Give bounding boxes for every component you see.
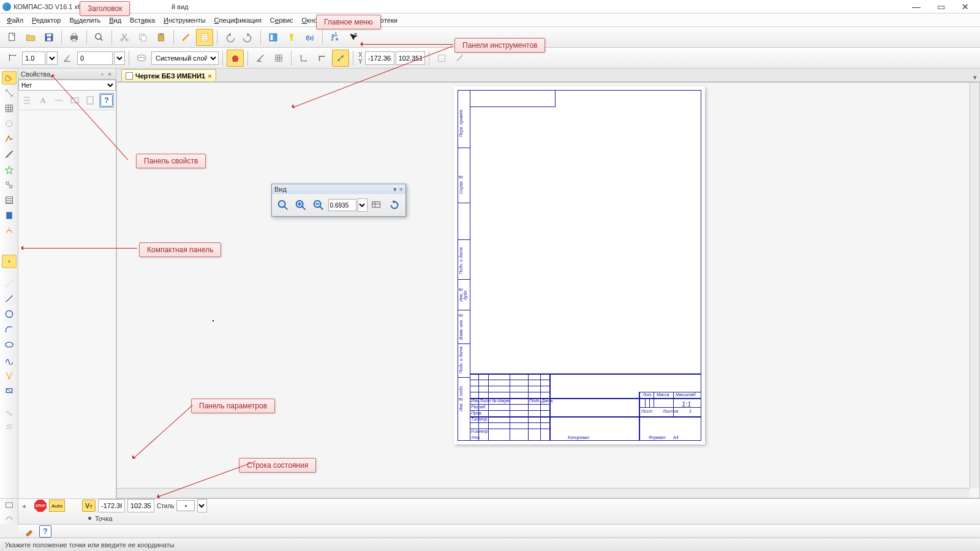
view-panel-menu[interactable]: ▾ bbox=[393, 186, 397, 193]
spline-tool[interactable] bbox=[2, 353, 17, 367]
ellipse-tool[interactable] bbox=[2, 338, 17, 351]
close-button[interactable]: ✕ bbox=[953, 1, 978, 13]
insert-group[interactable] bbox=[2, 224, 17, 238]
doc-props-button[interactable] bbox=[196, 29, 213, 46]
measure-group[interactable] bbox=[2, 148, 17, 161]
zoom-in-button[interactable] bbox=[292, 197, 309, 214]
view-panel-close[interactable]: × bbox=[399, 186, 403, 193]
zoom-fit-button[interactable] bbox=[274, 197, 291, 214]
new-button[interactable] bbox=[4, 29, 21, 46]
menu-insert[interactable]: Вставка bbox=[126, 15, 159, 25]
collect-tool[interactable] bbox=[2, 405, 17, 418]
style-swatch[interactable] bbox=[176, 500, 195, 511]
local-cs-button[interactable] bbox=[295, 50, 312, 67]
dimensions-group[interactable] bbox=[2, 86, 17, 100]
grid-button[interactable] bbox=[270, 50, 287, 67]
redo-button[interactable] bbox=[239, 29, 257, 46]
tab-close-icon[interactable]: × bbox=[208, 72, 211, 80]
angle-step-button[interactable] bbox=[59, 50, 76, 67]
tab-menu-button[interactable]: ▾ bbox=[970, 73, 980, 81]
preview-button[interactable] bbox=[91, 29, 108, 46]
rect-tool[interactable] bbox=[2, 384, 17, 397]
menu-view[interactable]: Вид bbox=[105, 15, 126, 25]
pin-icon[interactable]: ▫ bbox=[99, 70, 106, 78]
hatch-tool[interactable] bbox=[2, 420, 17, 433]
param-prev[interactable]: ◂ bbox=[22, 502, 32, 510]
spec-group[interactable] bbox=[2, 193, 17, 207]
variables-button[interactable] bbox=[283, 29, 300, 46]
round-button[interactable] bbox=[332, 50, 349, 67]
filter2-button[interactable] bbox=[51, 93, 66, 108]
fillet-tool[interactable] bbox=[2, 369, 17, 382]
horizontal-scrollbar[interactable] bbox=[117, 488, 970, 498]
geometry-group[interactable] bbox=[2, 71, 17, 84]
minimize-button[interactable]: — bbox=[904, 1, 929, 13]
report-button[interactable]: 12 bbox=[326, 29, 344, 46]
manager-button[interactable] bbox=[265, 29, 282, 46]
zoom-input[interactable] bbox=[328, 199, 356, 211]
menu-file[interactable]: Файл bbox=[2, 15, 28, 25]
style-select[interactable]: Нет bbox=[18, 80, 116, 91]
layer-icon[interactable] bbox=[133, 50, 150, 67]
paste-button[interactable] bbox=[153, 29, 170, 46]
zoom-dropdown[interactable] bbox=[358, 198, 368, 212]
cut-button[interactable] bbox=[116, 29, 133, 46]
style-dropdown[interactable] bbox=[197, 499, 207, 512]
param-y-input[interactable] bbox=[127, 499, 154, 512]
param-x-input[interactable] bbox=[98, 499, 125, 512]
angle-input[interactable] bbox=[77, 51, 113, 65]
brush-button[interactable] bbox=[22, 525, 37, 538]
circle-tool[interactable] bbox=[2, 307, 17, 321]
menu-select[interactable]: Выделить bbox=[65, 15, 105, 25]
line-tool[interactable] bbox=[2, 292, 17, 305]
vertical-scrollbar[interactable] bbox=[970, 83, 979, 488]
copy-button[interactable] bbox=[134, 29, 151, 46]
fx-button[interactable]: f(x) bbox=[301, 29, 318, 46]
menu-spec[interactable]: Спецификация bbox=[210, 15, 266, 25]
print-button[interactable] bbox=[66, 29, 83, 46]
point-tool[interactable] bbox=[2, 255, 17, 268]
coord-lock[interactable]: VT bbox=[82, 500, 96, 512]
save-button[interactable] bbox=[40, 29, 58, 46]
stop-button[interactable]: STOP bbox=[34, 500, 47, 512]
bl-arc-tool[interactable] bbox=[2, 512, 17, 525]
open-button[interactable] bbox=[22, 29, 39, 46]
step-dropdown[interactable] bbox=[47, 51, 58, 65]
auto-button[interactable]: Auto bbox=[49, 500, 65, 512]
zoom-out-button[interactable] bbox=[310, 197, 326, 214]
document-tab[interactable]: Чертеж БЕЗ ИМЕНИ1 × bbox=[121, 69, 216, 81]
menu-edit[interactable]: Редактор bbox=[28, 15, 65, 25]
params-group[interactable] bbox=[2, 132, 17, 146]
layer-select[interactable]: Системный слой (0) bbox=[151, 51, 219, 65]
symbols-group[interactable] bbox=[2, 102, 17, 115]
text-button[interactable]: A bbox=[36, 93, 50, 108]
undo-button[interactable] bbox=[221, 29, 238, 46]
ortho-draw-button[interactable] bbox=[314, 50, 331, 67]
maximize-button[interactable]: ▭ bbox=[929, 1, 953, 13]
zoom-window-button[interactable] bbox=[369, 197, 385, 214]
help-button[interactable]: ? bbox=[99, 93, 114, 108]
select-group[interactable] bbox=[2, 163, 17, 176]
snap-step-button[interactable] bbox=[4, 50, 21, 67]
arc-tool[interactable] bbox=[2, 323, 17, 336]
angle-dropdown[interactable] bbox=[114, 51, 125, 65]
properties-close[interactable]: × bbox=[106, 70, 113, 78]
filter4-button[interactable] bbox=[83, 93, 98, 108]
bl-rect-tool[interactable] bbox=[2, 499, 17, 511]
view-panel[interactable]: Вид ▾ × bbox=[271, 184, 406, 217]
snap-toggle[interactable] bbox=[227, 50, 244, 67]
coord-x-input[interactable] bbox=[365, 51, 394, 65]
filter1-button[interactable] bbox=[20, 93, 34, 108]
menu-service[interactable]: Сервис bbox=[266, 15, 298, 25]
properties-button[interactable] bbox=[178, 29, 195, 46]
drawing-canvas[interactable]: Перв. примен. Справ. № Подп. и дата Инв.… bbox=[116, 82, 980, 498]
step-input[interactable] bbox=[22, 51, 45, 65]
redraw-button[interactable] bbox=[386, 197, 403, 214]
menu-tools[interactable]: Инструменты bbox=[159, 15, 210, 25]
assoc-group[interactable] bbox=[2, 178, 17, 192]
reports-group[interactable] bbox=[2, 209, 17, 222]
edit-group[interactable] bbox=[2, 117, 17, 130]
aux-line-tool[interactable] bbox=[2, 277, 17, 290]
ortho-button[interactable] bbox=[252, 50, 269, 67]
help-button-2[interactable]: ? bbox=[39, 525, 51, 538]
